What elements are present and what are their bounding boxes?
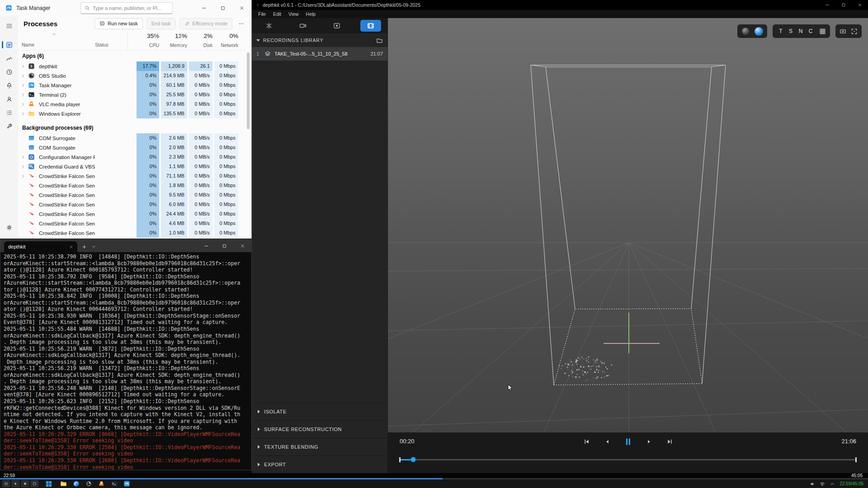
column-header-name[interactable]: Name bbox=[22, 42, 34, 47]
start-button[interactable] bbox=[46, 481, 52, 487]
nav-startup-apps[interactable] bbox=[0, 79, 18, 92]
tab-flower[interactable] bbox=[252, 18, 286, 33]
timeline-playhead[interactable] bbox=[410, 457, 416, 462]
scrollbar-thumb[interactable] bbox=[247, 52, 250, 129]
nav-menu[interactable] bbox=[0, 19, 18, 33]
close-button[interactable] bbox=[232, 0, 251, 16]
view-mode-t-button[interactable]: T bbox=[777, 28, 785, 34]
next-frame-button[interactable] bbox=[643, 436, 654, 447]
nav-settings[interactable] bbox=[0, 221, 18, 234]
tab-filmstrip[interactable] bbox=[354, 18, 387, 33]
process-row[interactable]: CrowdStrike Falcon Sensor Ser...0%71.1 M… bbox=[18, 171, 245, 181]
process-row[interactable]: Windows Explorer0%135.5 MB0 MB/s0 Mbps bbox=[18, 109, 245, 118]
tab-close-icon[interactable] bbox=[69, 245, 73, 249]
menu-edit[interactable]: Edit bbox=[269, 11, 285, 17]
chevron-right-icon[interactable] bbox=[20, 83, 26, 88]
minimize-button[interactable] bbox=[194, 0, 213, 16]
chevron-right-icon[interactable] bbox=[20, 102, 26, 107]
taskbar-task-manager-icon[interactable] bbox=[123, 480, 130, 487]
viewport-3d-scene[interactable] bbox=[388, 18, 868, 432]
close-button[interactable] bbox=[233, 239, 251, 252]
nav-services[interactable] bbox=[0, 119, 18, 133]
color-sphere-icon[interactable] bbox=[755, 27, 763, 36]
process-group-header[interactable]: Apps (6) bbox=[18, 51, 245, 61]
fit-frame-icon[interactable] bbox=[851, 28, 858, 35]
process-row[interactable]: CrowdStrike Falcon Sensor Ser...0%6.0 MB… bbox=[18, 200, 245, 209]
section-isolate[interactable]: ISOLATE bbox=[252, 403, 387, 420]
mini-play-button[interactable] bbox=[12, 480, 19, 487]
process-row[interactable]: CrowdStrike Falcon Sensor Ser...0%1.8 MB… bbox=[18, 181, 245, 190]
process-row[interactable]: VLC media player0%97.8 MB0 MB/s0 Mbps bbox=[18, 99, 245, 109]
maximize-button[interactable] bbox=[215, 239, 233, 252]
nav-app-history[interactable] bbox=[0, 65, 18, 79]
tray-chevron-up-icon[interactable] bbox=[830, 481, 835, 487]
process-row[interactable]: OBS Studio0.4%214.9 MB0 MB/s0 Mbps bbox=[18, 71, 245, 80]
matcap-sphere-icon[interactable] bbox=[741, 27, 750, 36]
end-task-button[interactable]: End task bbox=[146, 18, 176, 29]
tray-wifi-icon[interactable] bbox=[820, 481, 825, 487]
process-row[interactable]: Credential Guard & VBS Key Is...0%1.1 MB… bbox=[18, 162, 245, 171]
nav-processes[interactable] bbox=[0, 38, 18, 52]
taskbar-edge-icon[interactable] bbox=[73, 480, 80, 487]
terminal-log[interactable]: 2025-05-11 10:25:38.790 INFO [14848] [De… bbox=[0, 252, 251, 470]
process-row[interactable]: CrowdStrike Falcon Sensor Ser...0%4.6 MB… bbox=[18, 219, 245, 228]
menu-file[interactable]: File bbox=[255, 11, 269, 17]
chevron-right-icon[interactable] bbox=[20, 164, 26, 169]
process-row[interactable]: CrowdStrike Falcon Sensor Ser...0%24.4 M… bbox=[18, 209, 245, 219]
maximize-button[interactable] bbox=[835, 0, 852, 10]
process-row[interactable]: Configuration Manager Remot...0%2.3 MB0 … bbox=[18, 152, 245, 162]
taskbar-terminal-icon[interactable] bbox=[111, 480, 118, 487]
search-input[interactable] bbox=[93, 5, 169, 11]
column-header-status[interactable]: Status bbox=[95, 42, 108, 47]
chevron-right-icon[interactable] bbox=[20, 155, 26, 160]
view-mode-s-button[interactable]: S bbox=[787, 28, 795, 34]
process-row[interactable]: depthkit17.7%1,208.9 MB26.1 MB/s0 Mbps bbox=[18, 61, 245, 71]
tm-scrollbar[interactable] bbox=[246, 52, 250, 237]
viewport[interactable]: TSNC 00:20 21:06 bbox=[387, 18, 868, 473]
taskbar-file-explorer-icon[interactable] bbox=[60, 480, 67, 487]
column-header-cpu[interactable]: 35%CPU bbox=[127, 33, 159, 50]
open-folder-icon[interactable] bbox=[376, 37, 383, 44]
close-button[interactable] bbox=[852, 0, 868, 10]
process-row[interactable]: Terminal (2)0%25.5 MB0 MB/s0 Mbps bbox=[18, 90, 245, 99]
process-row[interactable]: COM Surrogate0%2.0 MB0 MB/s0 Mbps bbox=[18, 143, 245, 152]
tab-record[interactable] bbox=[320, 18, 354, 33]
process-group-header[interactable]: Background processes (69) bbox=[18, 122, 245, 133]
chevron-right-icon[interactable] bbox=[20, 112, 26, 116]
mini-window-button[interactable] bbox=[31, 480, 38, 487]
pause-button[interactable] bbox=[623, 436, 633, 447]
nav-users[interactable] bbox=[0, 92, 18, 106]
mini-stop-button[interactable] bbox=[21, 480, 29, 487]
process-row[interactable]: CrowdStrike Falcon Sensor Ser...0%1.0 MB… bbox=[18, 228, 245, 238]
run-new-task-button[interactable]: Run new task bbox=[94, 18, 143, 29]
process-row[interactable]: Task Manager0%60.1 MB0 MB/s0 Mbps bbox=[18, 80, 245, 90]
recordings-library-header[interactable]: RECORDINGS LIBRARY bbox=[252, 33, 387, 47]
chevron-right-icon[interactable] bbox=[20, 93, 26, 97]
minimize-button[interactable] bbox=[819, 0, 835, 10]
section-texture-blending[interactable]: TEXTURE BLENDING bbox=[252, 438, 387, 455]
previous-frame-button[interactable] bbox=[602, 436, 613, 447]
tray-volume-icon[interactable] bbox=[810, 481, 815, 487]
tab-dropdown-button[interactable] bbox=[91, 241, 96, 252]
chevron-right-icon[interactable] bbox=[20, 64, 26, 69]
new-tab-button[interactable] bbox=[82, 241, 87, 252]
section-export[interactable]: EXPORT bbox=[252, 455, 387, 473]
nav-performance[interactable] bbox=[0, 52, 18, 65]
maximize-button[interactable] bbox=[213, 0, 232, 16]
process-row[interactable]: CrowdStrike Falcon Sensor Ser...0%9.5 MB… bbox=[18, 190, 245, 200]
efficiency-mode-button[interactable]: Efficiency mode bbox=[179, 18, 232, 29]
grid-toggle-icon[interactable] bbox=[819, 28, 826, 35]
recording-item[interactable]: 1TAKE_Test-05-...5_11_10_25_5821:07 bbox=[252, 47, 387, 61]
menu-view[interactable]: View bbox=[285, 11, 302, 17]
chevron-right-icon[interactable] bbox=[20, 74, 26, 78]
timeline-slider[interactable] bbox=[400, 456, 856, 463]
section-surface-reconstruction[interactable]: SURFACE RECONSTRUCTION bbox=[252, 420, 387, 438]
timeline-track[interactable] bbox=[400, 459, 856, 460]
taskbar-obs-studio-icon[interactable] bbox=[85, 480, 92, 487]
chevron-right-icon[interactable] bbox=[20, 174, 26, 178]
tab-camera[interactable] bbox=[286, 18, 320, 33]
view-mode-n-button[interactable]: N bbox=[797, 28, 805, 34]
skip-to-end-button[interactable] bbox=[664, 436, 675, 447]
column-header-network[interactable]: 0%Network bbox=[207, 33, 238, 50]
skip-to-start-button[interactable] bbox=[581, 436, 592, 447]
